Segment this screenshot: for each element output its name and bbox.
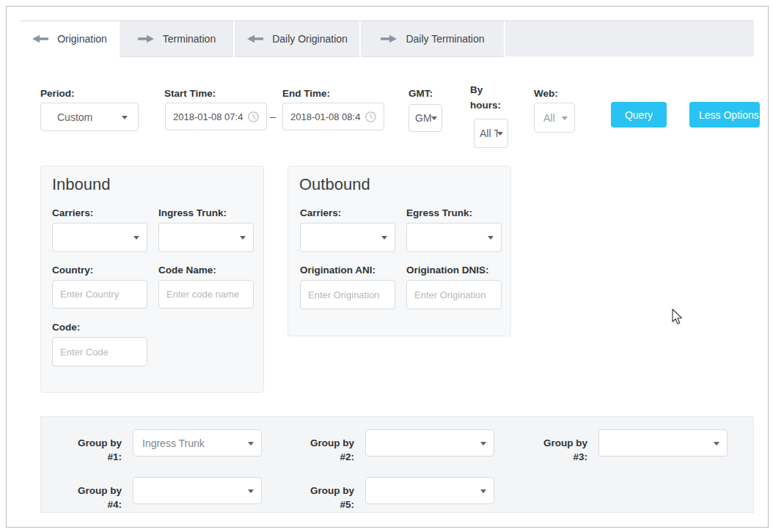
tab-label: Origination — [57, 33, 107, 45]
egress-trunk-select[interactable] — [406, 223, 502, 252]
country-label: Country: — [52, 263, 93, 278]
code-label: Code: — [52, 320, 80, 335]
origination-ani-label: Origination ANI: — [300, 263, 375, 278]
chevron-down-icon — [714, 442, 719, 446]
inbound-panel: Inbound Carriers: Ingress Trunk: Country… — [40, 166, 264, 393]
tab-daily-origination[interactable]: Daily Origination — [235, 21, 359, 57]
tab-bar-filler — [505, 21, 754, 56]
inbound-carriers-label: Carriers: — [52, 206, 93, 221]
chevron-down-icon — [480, 489, 486, 493]
query-button[interactable]: Query — [611, 102, 667, 128]
right-arrow-icon — [380, 34, 398, 43]
origination-ani-input[interactable] — [300, 280, 395, 309]
inbound-carriers-select[interactable] — [52, 223, 147, 252]
range-separator: – — [270, 110, 276, 122]
code-name-input[interactable] — [158, 280, 254, 309]
inbound-title: Inbound — [52, 175, 111, 194]
left-arrow-icon — [32, 34, 49, 43]
group-by-5-label: Group by #5: — [303, 484, 354, 511]
code-name-label: Code Name: — [158, 263, 216, 278]
less-options-button[interactable]: Less Options — [689, 102, 760, 128]
tab-label: Termination — [163, 33, 216, 45]
origination-dnis-input[interactable] — [406, 280, 502, 309]
page: Origination Termination Daily Originatio… — [0, 0, 773, 532]
outbound-title: Outbound — [299, 175, 370, 194]
group-by-2-label: Group by #2: — [303, 436, 354, 464]
period-value: Custom — [57, 111, 92, 123]
start-time-label: Start Time: — [164, 86, 216, 101]
web-value: All — [543, 112, 555, 124]
gmt-label: GMT: — [409, 86, 433, 101]
group-by-4-label: Group by #4: — [70, 484, 122, 511]
group-by-1-select[interactable]: Ingress Trunk — [133, 429, 262, 457]
web-label: Web: — [534, 86, 558, 101]
period-label: Period: — [40, 86, 75, 101]
egress-trunk-label: Egress Trunk: — [406, 206, 472, 221]
chevron-down-icon — [431, 117, 437, 120]
by-hours-label: By hours: — [470, 82, 508, 113]
tab-label: Daily Origination — [272, 33, 348, 45]
group-by-3-select[interactable] — [598, 429, 728, 457]
origination-dnis-label: Origination DNIS: — [406, 263, 489, 278]
group-by-3-label: Group by #3: — [536, 436, 587, 464]
by-hours-select[interactable]: All Time — [474, 119, 508, 148]
tab-bar: Origination Termination Daily Originatio… — [21, 21, 754, 56]
outbound-carriers-label: Carriers: — [300, 206, 341, 221]
tab-label: Daily Termination — [406, 33, 484, 45]
group-by-2-select[interactable] — [365, 429, 494, 457]
ingress-trunk-select[interactable] — [158, 223, 254, 252]
group-by-4-select[interactable] — [133, 477, 262, 504]
chevron-down-icon — [497, 132, 503, 136]
clock-icon[interactable] — [365, 111, 376, 122]
group-by-5-select[interactable] — [365, 477, 494, 504]
chevron-down-icon — [488, 236, 494, 240]
code-input[interactable] — [52, 337, 147, 366]
group-by-1-label: Group by #1: — [70, 436, 122, 464]
chevron-down-icon — [480, 442, 486, 446]
ingress-trunk-label: Ingress Trunk: — [158, 206, 227, 221]
chevron-down-icon — [240, 236, 246, 240]
outbound-panel: Outbound Carriers: Egress Trunk: Origina… — [287, 166, 511, 336]
tab-daily-termination[interactable]: Daily Termination — [361, 21, 504, 57]
end-time-label: End Time: — [282, 86, 330, 101]
country-input[interactable] — [52, 280, 147, 309]
tab-origination[interactable]: Origination — [21, 21, 118, 56]
group-by-panel: Group by #1: Ingress Trunk Group by #2: … — [40, 416, 754, 513]
chevron-down-icon — [248, 442, 254, 446]
chevron-down-icon — [122, 116, 128, 119]
tab-termination[interactable]: Termination — [120, 21, 233, 57]
web-select[interactable]: All — [534, 103, 575, 133]
gmt-value: GMT — [415, 112, 431, 124]
right-arrow-icon — [137, 34, 155, 43]
chevron-down-icon — [381, 236, 387, 240]
chevron-down-icon — [248, 489, 254, 493]
chevron-down-icon — [562, 117, 568, 120]
outbound-carriers-select[interactable] — [300, 223, 395, 252]
chevron-down-icon — [133, 236, 139, 240]
group-by-1-value: Ingress Trunk — [133, 437, 205, 449]
period-select[interactable]: Custom — [40, 103, 139, 131]
clock-icon[interactable] — [248, 111, 259, 122]
by-hours-value: All Time — [480, 128, 498, 139]
gmt-select[interactable]: GMT — [409, 104, 442, 132]
left-arrow-icon — [246, 34, 264, 43]
